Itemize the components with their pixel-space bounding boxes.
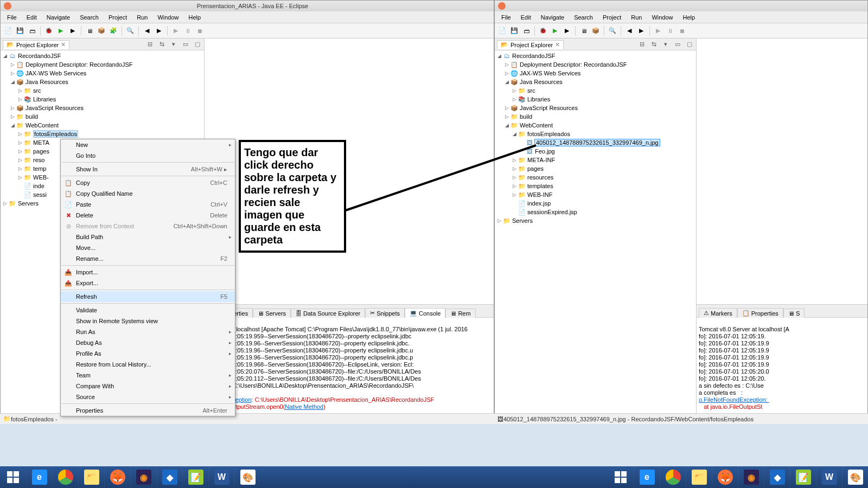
new-class-button[interactable]: 🧩 xyxy=(108,25,119,36)
console-output[interactable]: ) Server at localhost [Apache Tomcat] C:… xyxy=(205,318,494,423)
ctx-refresh[interactable]: RefreshF5 xyxy=(61,291,235,302)
taskbar-netbeans[interactable]: ◆ xyxy=(156,466,182,488)
ctx-delete[interactable]: ✖DeleteDelete xyxy=(61,210,235,221)
menu-search[interactable]: Search xyxy=(570,13,597,22)
tree-pages[interactable]: pages xyxy=(33,148,49,155)
save-button[interactable]: 💾 xyxy=(15,25,25,36)
ctx-new[interactable]: New▸ xyxy=(61,139,235,150)
run-button[interactable]: ▶ xyxy=(550,25,560,36)
tree-servers[interactable]: Servers xyxy=(18,200,39,207)
context-menu[interactable]: New▸ Go Into Show InAlt+Shift+W ▸ 📋CopyC… xyxy=(60,139,235,416)
view-menu-icon[interactable]: ▾ xyxy=(169,40,178,49)
new-button[interactable]: 📄 xyxy=(497,25,508,36)
ctx-go-into[interactable]: Go Into xyxy=(61,150,235,161)
pause-button[interactable]: ⏸ xyxy=(182,25,193,36)
taskbar-word[interactable]: W xyxy=(208,466,234,488)
menu-project[interactable]: Project xyxy=(104,13,131,22)
ctx-profile-as[interactable]: Profile As▸ xyxy=(61,348,235,359)
tab-snippets[interactable]: ✂ Snippets xyxy=(365,308,405,318)
taskbar-chrome[interactable] xyxy=(52,466,78,488)
back-button[interactable]: ◀ xyxy=(142,25,152,36)
menu-project[interactable]: Project xyxy=(598,13,626,22)
save-all-button[interactable]: 🗃 xyxy=(27,25,37,36)
ctx-validate[interactable]: Validate xyxy=(61,305,235,316)
minimize-icon[interactable]: ▭ xyxy=(181,40,190,49)
ctx-restore[interactable]: Restore from Local History... xyxy=(61,359,235,370)
ctx-copy[interactable]: 📋CopyCtrl+C xyxy=(61,177,235,188)
tab-properties[interactable]: 📋 Properties xyxy=(737,308,783,318)
new-button[interactable]: 📄 xyxy=(3,25,14,36)
run-button[interactable]: ▶ xyxy=(55,25,66,36)
menu-run[interactable]: Run xyxy=(627,13,646,22)
taskbar-chrome[interactable] xyxy=(660,466,686,488)
new-server-button[interactable]: 🖥 xyxy=(84,25,95,36)
close-icon[interactable]: ✕ xyxy=(61,41,66,48)
tree-reso[interactable]: reso xyxy=(33,157,44,163)
tab-dse[interactable]: 🗄 Data Source Explorer xyxy=(291,309,365,318)
tab-s[interactable]: 🖥 S xyxy=(783,309,805,318)
resume-button[interactable]: ▶ xyxy=(170,25,181,36)
collapse-all-icon[interactable]: ⊟ xyxy=(637,40,646,49)
menu-search[interactable]: Search xyxy=(75,13,103,22)
tree-dd[interactable]: Deployment Descriptor: RecordandoJSF xyxy=(520,61,627,68)
ctx-debug-as[interactable]: Debug As▸ xyxy=(61,337,235,348)
tab-servers[interactable]: 🖥 Servers xyxy=(253,309,291,318)
taskbar-word[interactable]: W xyxy=(816,466,842,488)
menu-help[interactable]: Help xyxy=(184,13,206,22)
tree-fotos[interactable]: fotosEmpleados xyxy=(33,130,78,138)
view-menu-icon[interactable]: ▾ xyxy=(661,40,670,49)
taskbar-ie[interactable]: e xyxy=(634,466,660,488)
ctx-show-remote[interactable]: Show in Remote Systems view xyxy=(61,316,235,326)
search-button[interactable]: 🔍 xyxy=(125,25,136,36)
collapse-all-icon[interactable]: ⊟ xyxy=(145,40,154,49)
tree-resources[interactable]: resources xyxy=(527,174,553,181)
ctx-run-as[interactable]: Run As▸ xyxy=(61,326,235,337)
tree-temp[interactable]: temp xyxy=(33,165,46,172)
tree-src[interactable]: src xyxy=(33,87,41,94)
tree-jsres[interactable]: JavaScript Resources xyxy=(25,105,84,111)
tree-sess[interactable]: sessi xyxy=(33,191,47,198)
tree-jsres[interactable]: JavaScript Resources xyxy=(520,105,578,111)
new-pkg-button[interactable]: 📦 xyxy=(96,25,107,36)
start-button[interactable] xyxy=(608,466,634,488)
menu-navigate[interactable]: Navigate xyxy=(42,13,74,22)
ctx-show-in[interactable]: Show InAlt+Shift+W ▸ xyxy=(61,164,235,175)
menu-window[interactable]: Window xyxy=(153,13,183,22)
menu-run[interactable]: Run xyxy=(132,13,152,22)
tree-src[interactable]: src xyxy=(527,87,535,94)
ctx-compare[interactable]: Compare With▸ xyxy=(61,381,235,391)
tree-sess[interactable]: sessionExpired.jsp xyxy=(527,209,577,215)
link-editor-icon[interactable]: ⇆ xyxy=(157,40,166,49)
tree-webc[interactable]: WebContent xyxy=(520,122,553,129)
menu-window[interactable]: Window xyxy=(647,13,677,22)
link-editor-icon[interactable]: ⇆ xyxy=(649,40,658,49)
taskbar-ie[interactable]: e xyxy=(26,466,52,488)
save-button[interactable]: 💾 xyxy=(509,25,520,36)
menu-navigate[interactable]: Navigate xyxy=(537,13,569,22)
project-explorer-tab[interactable]: 📂 Project Explorer ✕ xyxy=(3,40,69,49)
taskbar-firefox[interactable]: 🦊 xyxy=(712,466,738,488)
start-button[interactable] xyxy=(0,466,26,488)
tree-webinf[interactable]: WEB-INF xyxy=(527,191,552,198)
tree-templates[interactable]: templates xyxy=(527,183,553,189)
close-icon[interactable]: ✕ xyxy=(555,41,560,48)
ctx-import[interactable]: 📥Import... xyxy=(61,267,235,278)
tree-libs[interactable]: Libraries xyxy=(33,96,56,102)
tree-servers[interactable]: Servers xyxy=(512,217,533,224)
tree-libs[interactable]: Libraries xyxy=(527,96,550,102)
tree-right[interactable]: ◢🗂RecordandoJSF ▷📋Deployment Descriptor:… xyxy=(495,50,696,423)
taskbar-firefox[interactable]: 🦊 xyxy=(104,466,130,488)
save-all-button[interactable]: 🗃 xyxy=(521,25,532,36)
tab-console[interactable]: 💻 Console xyxy=(405,308,445,318)
ctx-move[interactable]: Move... xyxy=(61,242,235,253)
taskbar-notepad[interactable]: 📝 xyxy=(790,466,816,488)
menu-file[interactable]: File xyxy=(497,13,515,22)
tree-dd[interactable]: Deployment Descriptor: RecordandoJSF xyxy=(25,61,132,68)
debug-button[interactable]: 🐞 xyxy=(43,25,54,36)
ctx-properties[interactable]: PropertiesAlt+Enter xyxy=(61,405,235,416)
taskbar-explorer[interactable]: 📁 xyxy=(78,466,104,488)
fwd-button[interactable]: ▶ xyxy=(636,25,647,36)
tree-build[interactable]: build xyxy=(520,113,532,120)
tree-pages[interactable]: pages xyxy=(527,165,544,172)
debug-button[interactable]: 🐞 xyxy=(538,25,548,36)
